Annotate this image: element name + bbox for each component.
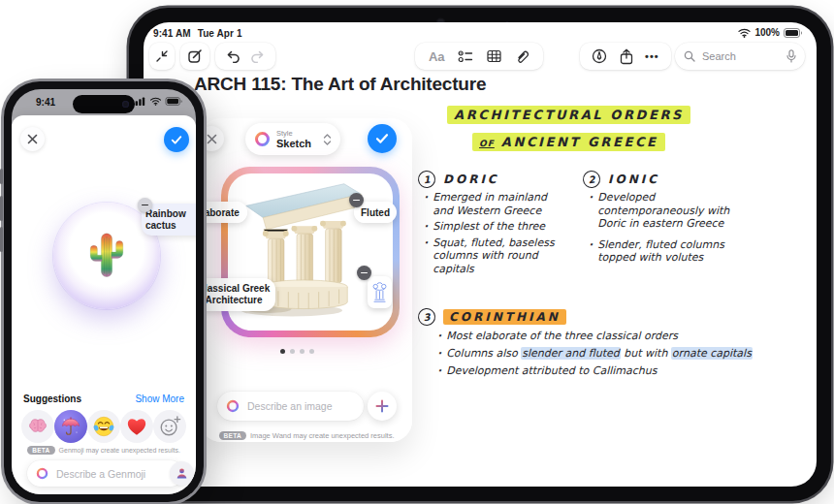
- iphone-screen: 9:41: [12, 89, 196, 494]
- ipad-device: 9:41 AMTue Apr 1 100%: [129, 8, 831, 501]
- describe-genmoji-bar[interactable]: [27, 460, 183, 487]
- share-icon[interactable]: [620, 48, 633, 65]
- accept-image-button[interactable]: [368, 124, 397, 153]
- attach-paperclip-button[interactable]: [515, 49, 529, 64]
- suggestions-label: Suggestions: [23, 394, 81, 404]
- corinthian-title: CORINTHIAN: [443, 309, 566, 325]
- image-pager-dots[interactable]: [280, 349, 314, 354]
- iphone-status-icons: [132, 97, 183, 106]
- mic-icon[interactable]: [786, 49, 796, 63]
- describe-image-input[interactable]: [245, 399, 355, 413]
- compose-icon: [187, 48, 203, 64]
- laughing-emoji-button[interactable]: [87, 410, 120, 443]
- genmoji-accept-button[interactable]: [164, 127, 189, 152]
- ionic-title: IONIC: [608, 173, 659, 186]
- battery-icon: [165, 97, 183, 106]
- note-title[interactable]: ARCH 115: The Art of Architecture: [194, 74, 486, 95]
- highlight-slender-fluted: slender and fluted: [521, 347, 620, 360]
- format-tools-group: Aa: [415, 43, 543, 70]
- compose-button[interactable]: [180, 43, 209, 70]
- iphone-clock: 9:41: [36, 97, 55, 108]
- new-genmoji-button[interactable]: [153, 410, 186, 443]
- plus-icon: [375, 399, 389, 413]
- more-menu-button[interactable]: •••: [645, 50, 659, 62]
- apple-intelligence-icon: [36, 467, 48, 480]
- pager-dot-active[interactable]: [280, 349, 285, 354]
- ionic-section: 2 IONIC ·Developed contemporaneously wit…: [583, 171, 786, 268]
- undo-redo-group: [215, 43, 275, 70]
- ipad-status-right: 100%: [738, 27, 803, 38]
- ionic-number: 2: [582, 170, 601, 189]
- chevron-up-down-icon: [323, 133, 332, 146]
- doric-title: DORIC: [443, 173, 499, 186]
- collapse-arrows-icon: [155, 49, 169, 63]
- ipad-status-left: 9:41 AMTue Apr 1: [153, 28, 242, 39]
- describe-image-bar[interactable]: [217, 392, 364, 421]
- brain-emoji-button[interactable]: [21, 410, 54, 443]
- table-button[interactable]: [487, 49, 501, 63]
- beta-badge: BETA: [219, 431, 246, 440]
- redo-button[interactable]: [250, 50, 265, 63]
- style-label: Style: [276, 130, 311, 138]
- front-camera-dot: [122, 101, 129, 108]
- beta-badge: BETA: [27, 446, 54, 455]
- notes-heading-line1: ARCHITECTURAL ORDERS: [447, 105, 690, 123]
- search-icon: [684, 50, 695, 62]
- umbrella-genmoji-button[interactable]: [54, 410, 87, 443]
- text-format-button[interactable]: Aa: [429, 49, 445, 64]
- suggestions-row: [21, 410, 186, 443]
- corinthian-number: 3: [417, 307, 436, 327]
- remove-sketch-button[interactable]: [357, 266, 371, 280]
- rainbow-cactus-genmoji: [83, 229, 130, 283]
- image-wand-disclaimer: BETA Image Wand may create unexpected re…: [204, 431, 409, 440]
- pager-dot[interactable]: [290, 349, 295, 354]
- wifi-icon: [149, 97, 162, 106]
- checklist-button[interactable]: [458, 49, 473, 63]
- iphone-action-button: [0, 169, 3, 184]
- corinthian-section: 3 CORINTHIAN ·Most elaborate of the thre…: [418, 308, 786, 381]
- ipad-screen: 9:41 AMTue Apr 1 100%: [144, 22, 817, 487]
- collapse-toolbar-button[interactable]: [149, 43, 175, 70]
- search-field[interactable]: [675, 43, 805, 70]
- generated-image-card[interactable]: [221, 167, 400, 337]
- iphone-volume-up-button: [0, 196, 3, 221]
- markup-pen-button[interactable]: [592, 48, 607, 64]
- iphone-device: 9:41: [4, 81, 204, 502]
- notes-heading-line2: OFANCIENT GREECE: [472, 132, 665, 150]
- battery-percent: 100%: [754, 27, 780, 38]
- share-tools-group: •••: [580, 43, 671, 70]
- sketch-column-icon: [371, 280, 388, 304]
- show-more-link[interactable]: Show More: [135, 394, 184, 404]
- heart-emoji-button[interactable]: [120, 410, 153, 443]
- pager-dot[interactable]: [300, 349, 305, 354]
- remove-prompt-button[interactable]: [138, 198, 152, 212]
- undo-button[interactable]: [226, 50, 241, 63]
- doric-section: 1 DORIC ·Emerged in mainland and Western…: [418, 171, 573, 278]
- ipad-clock: 9:41 AM: [153, 28, 191, 39]
- chip-classical-greek[interactable]: Classical Greek Architecture: [192, 278, 275, 311]
- sketch-reference-thumbnail[interactable]: [368, 276, 392, 308]
- style-value: Sketch: [276, 138, 311, 149]
- genmoji-sheet: Rainbow cactus Suggestions Show More: [12, 115, 196, 494]
- apple-intelligence-icon: [226, 399, 240, 413]
- person-genmoji-button[interactable]: [170, 461, 194, 486]
- dynamic-island: [73, 95, 135, 113]
- genmoji-close-button[interactable]: [20, 127, 45, 151]
- style-rainbow-icon: [254, 131, 271, 147]
- pager-dot[interactable]: [309, 349, 314, 354]
- person-icon: [176, 467, 188, 480]
- genmoji-disclaimer: BETAGenmoji may create unexpected result…: [12, 446, 196, 455]
- style-selector[interactable]: Style Sketch: [245, 123, 340, 155]
- doric-number: 1: [417, 170, 436, 189]
- add-image-button[interactable]: [368, 392, 397, 421]
- ipad-date: Tue Apr 1: [198, 28, 242, 39]
- wifi-icon: [738, 28, 751, 38]
- search-input[interactable]: [700, 49, 782, 63]
- battery-icon: [784, 28, 803, 38]
- remove-fluted-button[interactable]: [349, 193, 364, 207]
- iphone-volume-down-button: [0, 227, 3, 252]
- describe-genmoji-input[interactable]: [54, 467, 175, 481]
- highlight-ornate-capitals: ornate capitals: [671, 347, 753, 360]
